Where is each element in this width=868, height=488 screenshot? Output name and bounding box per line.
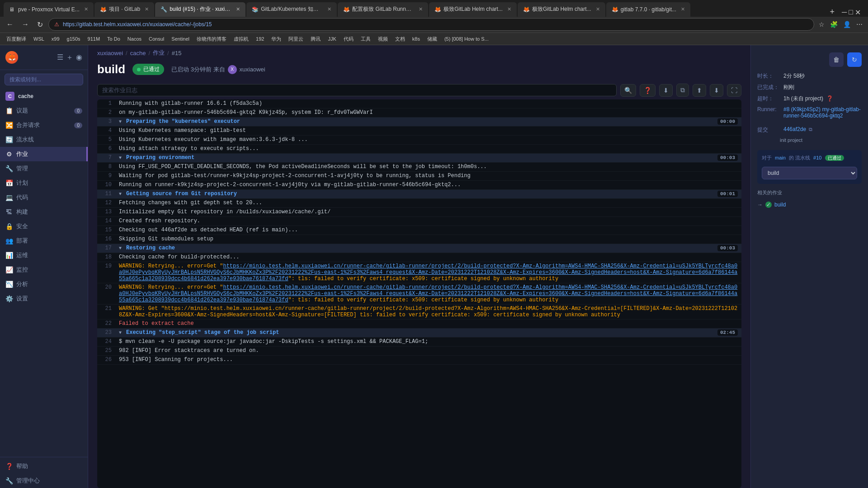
bookmark-阿里云[interactable]: 阿里云 bbox=[286, 35, 306, 43]
new-tab-button[interactable]: + bbox=[826, 7, 838, 17]
bookmark-wsl[interactable]: WSL bbox=[31, 35, 47, 42]
log-area[interactable]: 1Running with gitlab-runner 16.6.1 (f5da… bbox=[97, 99, 741, 488]
bookmark-sentinel[interactable]: Sentinel bbox=[169, 35, 192, 42]
bookmark-视频[interactable]: 视频 bbox=[375, 35, 391, 43]
fullscreen-button[interactable]: ⛶ bbox=[727, 84, 741, 97]
sidebar-item-代码[interactable]: 💻 代码 bbox=[0, 190, 88, 205]
sidebar-item-部署[interactable]: 👥 部署 bbox=[0, 234, 88, 248]
help-log-button[interactable]: ❓ bbox=[640, 84, 656, 97]
sidebar-item-议题[interactable]: 📋 议题0 bbox=[0, 103, 88, 118]
bookmark-徐晓伟的博客[interactable]: 徐晓伟的博客 bbox=[194, 35, 229, 43]
scroll-top-button[interactable]: ⬆ bbox=[693, 84, 706, 97]
related-job-link[interactable]: build bbox=[774, 202, 786, 208]
bookmark-nacos[interactable]: Nacos bbox=[125, 35, 144, 42]
sidebar-item-计划[interactable]: 📅 计划 bbox=[0, 176, 88, 190]
tab-close-icon[interactable]: ✕ bbox=[419, 6, 423, 12]
sidebar-item-help[interactable]: ❓ 帮助 bbox=[0, 459, 88, 474]
address-bar[interactable]: ⚠ https://gitlab.test.helm.xuxiaowei.cn/… bbox=[48, 18, 814, 31]
search-input[interactable] bbox=[5, 74, 83, 85]
user-profile-button[interactable]: 👤 bbox=[841, 19, 853, 30]
section-toggle[interactable]: ▼ bbox=[119, 119, 122, 124]
minimize-button[interactable]: ─ bbox=[842, 8, 847, 16]
bookmark-工具[interactable]: 工具 bbox=[358, 35, 373, 43]
maximize-button[interactable]: □ bbox=[849, 8, 853, 16]
refresh-button[interactable]: ↻ bbox=[34, 19, 46, 31]
tab-pve[interactable]: 🖥 pve - Proxmox Virtual E... ✕ bbox=[4, 2, 94, 17]
tab-gitlab-helm2[interactable]: 🦊 极致GitLab Helm chart... ✕ bbox=[518, 2, 605, 17]
bookmark-文档[interactable]: 文档 bbox=[392, 35, 408, 43]
stage-select[interactable]: build bbox=[762, 167, 857, 179]
bookmark-to-do[interactable]: To Do bbox=[104, 35, 123, 42]
sidebar-item-流水线[interactable]: 🔄 流水线 bbox=[0, 132, 88, 147]
pipeline-branch-link[interactable]: main bbox=[775, 155, 786, 160]
timeout-help-icon[interactable]: ❓ bbox=[826, 95, 833, 102]
retry-job-button[interactable]: ↻ bbox=[847, 52, 862, 67]
bookmark-腾讯[interactable]: 腾讯 bbox=[308, 35, 323, 43]
sidebar-item-运维[interactable]: 📊 运维 bbox=[0, 248, 88, 263]
log-search-input[interactable] bbox=[97, 84, 617, 96]
close-button[interactable]: ✕ bbox=[855, 8, 861, 17]
job-author[interactable]: xuxiaowei bbox=[240, 66, 265, 73]
bookmark-911m[interactable]: 911M bbox=[85, 35, 103, 42]
copy-hash-icon[interactable]: ⧉ bbox=[809, 127, 812, 132]
user-menu-icon[interactable]: ◉ bbox=[76, 53, 82, 62]
tab-close-icon[interactable]: ✕ bbox=[145, 6, 149, 12]
sidebar-item-构建[interactable]: 🏗 构建 bbox=[0, 205, 88, 219]
sidebar-item-分析[interactable]: 📉 分析 bbox=[0, 277, 88, 291]
sidebar-item-admin[interactable]: 🔧 管理中心 bbox=[0, 474, 88, 488]
bookmark-华为[interactable]: 华为 bbox=[269, 35, 284, 43]
sidebar-item-作业[interactable]: ⚙ 作业 bbox=[0, 147, 88, 161]
bookmark-g150s[interactable]: g150s bbox=[64, 35, 83, 42]
tab-gitlab-770[interactable]: 🦊 gitlab 7.7.0 · gitlab/git... ✕ bbox=[606, 2, 690, 17]
bookmark-(5)-[008]-how-to-s...[interactable]: (5) [008] How to S... bbox=[442, 35, 491, 42]
bookmark-虚拟机[interactable]: 虚拟机 bbox=[231, 35, 251, 43]
log-link[interactable]: https://minio.test.helm.xuxiaowei.cn/run… bbox=[119, 263, 737, 282]
scroll-bottom-button[interactable]: ⬇ bbox=[710, 84, 723, 97]
tab-close-icon[interactable]: ✕ bbox=[84, 6, 88, 12]
bookmark-jjk[interactable]: JJK bbox=[325, 35, 339, 42]
sidebar-item-安全[interactable]: 🔒 安全 bbox=[0, 219, 88, 234]
sidebar-toggle-icon[interactable]: ☰ bbox=[57, 53, 63, 62]
section-toggle[interactable]: ▼ bbox=[119, 330, 122, 335]
bookmark-k8s[interactable]: k8s bbox=[410, 35, 423, 42]
extensions-button[interactable]: 🧩 bbox=[828, 19, 840, 30]
tab-gitlab-runner1[interactable]: 🦊 配置极致 GitLab Runner... ✕ bbox=[338, 2, 428, 17]
download-log-button[interactable]: ⬇ bbox=[659, 84, 673, 97]
breadcrumb-xuxiaowei[interactable]: xuxiaowei bbox=[97, 50, 123, 56]
runner-value[interactable]: #8 (K9kjz4Sp2) my-gitlab-gitlab-runner-5… bbox=[783, 106, 862, 119]
bookmark-储藏[interactable]: 储藏 bbox=[425, 35, 440, 43]
delete-job-button[interactable]: 🗑 bbox=[829, 52, 844, 67]
section-toggle[interactable]: ▼ bbox=[119, 155, 122, 160]
tab-close-icon[interactable]: ✕ bbox=[507, 6, 511, 12]
back-button[interactable]: ← bbox=[4, 19, 16, 30]
bookmark-consul[interactable]: Consul bbox=[146, 35, 167, 42]
new-item-icon[interactable]: ＋ bbox=[66, 53, 73, 62]
tab-gitlab-helm1[interactable]: 🦊 极致GitLab Helm chart... ✕ bbox=[429, 2, 517, 17]
forward-button[interactable]: → bbox=[19, 19, 32, 30]
bookmark-star-button[interactable]: ☆ bbox=[817, 19, 826, 30]
sidebar-item-监控[interactable]: 📈 监控 bbox=[0, 263, 88, 277]
search-log-button[interactable]: 🔍 bbox=[620, 84, 636, 97]
tab-close-icon[interactable]: ✕ bbox=[681, 6, 685, 12]
browser-menu-button[interactable]: ⋯ bbox=[854, 19, 864, 30]
tab-close-icon[interactable]: ✕ bbox=[236, 6, 240, 12]
tab-gitlab-project[interactable]: 🦊 项目 · GitLab ✕ bbox=[94, 2, 154, 17]
section-toggle[interactable]: ▼ bbox=[119, 246, 122, 251]
copy-log-button[interactable]: ⧉ bbox=[676, 84, 689, 97]
tab-build-job[interactable]: 🔧 build (#15) · 作业 · xuxia... ✕ bbox=[155, 2, 245, 17]
breadcrumb-jobs[interactable]: 作业 bbox=[153, 49, 165, 57]
tab-gitlab-k8s[interactable]: 📚 GitLab/Kubernetes 知识... ✕ bbox=[246, 2, 337, 17]
commit-hash[interactable]: 446af2de bbox=[783, 126, 806, 132]
breadcrumb-cache[interactable]: cache bbox=[130, 50, 146, 56]
pipeline-number-link[interactable]: #10 bbox=[813, 155, 821, 160]
bookmark-192[interactable]: 192 bbox=[253, 35, 267, 42]
bookmark-x99[interactable]: x99 bbox=[49, 35, 62, 42]
sidebar-item-设置[interactable]: ⚙️ 设置 bbox=[0, 291, 88, 306]
log-link[interactable]: https://minio.test.helm.xuxiaowei.cn/run… bbox=[119, 284, 737, 303]
bookmark-代码[interactable]: 代码 bbox=[341, 35, 356, 43]
sidebar-item-合并请求[interactable]: 🔀 合并请求0 bbox=[0, 118, 88, 132]
section-toggle[interactable]: ▼ bbox=[119, 192, 122, 197]
tab-close-icon[interactable]: ✕ bbox=[596, 6, 600, 12]
bookmark-百度翻译[interactable]: 百度翻译 bbox=[4, 35, 29, 43]
tab-close-icon[interactable]: ✕ bbox=[327, 6, 331, 12]
